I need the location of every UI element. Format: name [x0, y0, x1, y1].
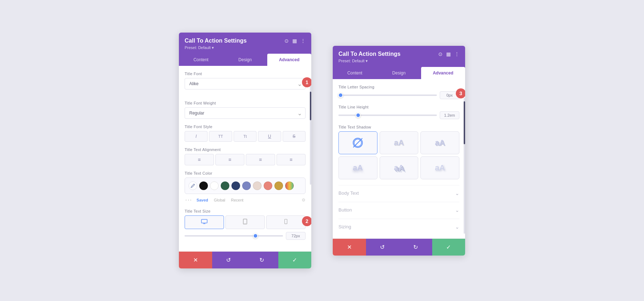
save-button-1[interactable]: ✓ — [278, 252, 312, 268]
size-value[interactable]: 72px — [286, 232, 306, 240]
swatch-gradient[interactable] — [285, 181, 294, 190]
title-font-weight-select[interactable]: Regular — [185, 107, 306, 119]
shadow-none-option[interactable] — [338, 131, 377, 154]
scrollbar[interactable] — [310, 84, 311, 185]
color-settings-icon[interactable]: ⚙ — [302, 198, 306, 203]
shadow-option-2[interactable]: aA — [420, 131, 459, 154]
button-section: Button ⌄ — [338, 202, 459, 216]
shadow-text-1: aA — [394, 138, 404, 147]
line-height-value[interactable]: 1.2em — [440, 111, 459, 119]
tab-content-1[interactable]: Content — [179, 54, 223, 66]
title-font-weight-select-wrapper: Regular — [185, 107, 306, 119]
align-right-button[interactable]: ≡ — [246, 154, 275, 165]
title-text-shadow-field: Title Text Shadow aA aA — [338, 125, 459, 179]
shadow-option-1[interactable]: aA — [380, 131, 419, 154]
panel-1-body: Title Font Alike 1 Title Font Weight Reg… — [179, 66, 311, 251]
sizing-header[interactable]: Sizing ⌄ — [338, 224, 459, 233]
desktop-button[interactable] — [185, 215, 224, 229]
shadow-option-3[interactable]: aA — [338, 156, 377, 179]
tab-content-2[interactable]: Content — [333, 67, 377, 79]
swatch-black[interactable] — [199, 181, 208, 190]
align-left-button[interactable]: ≡ — [185, 154, 214, 165]
button-header[interactable]: Button ⌄ — [338, 207, 459, 216]
size-slider-track[interactable] — [185, 235, 283, 237]
body-text-section: Body Text ⌄ — [338, 185, 459, 199]
global-tab[interactable]: Global — [213, 197, 227, 203]
line-height-slider-row: 1.2em — [338, 111, 459, 119]
swatch-dark-blue[interactable] — [231, 181, 240, 190]
tablet-button[interactable] — [225, 215, 265, 229]
more-icon[interactable]: ⋮ — [301, 38, 306, 44]
tab-advanced-2[interactable]: Advanced — [421, 67, 465, 79]
align-center-button[interactable]: ≡ — [215, 154, 245, 165]
sizing-title: Sizing — [338, 224, 351, 229]
svg-line-7 — [355, 140, 360, 145]
shadow-none-icon — [353, 138, 363, 148]
title-font-select[interactable]: Alike — [185, 78, 306, 89]
panel-2-tabs: Content Design Advanced — [333, 67, 465, 79]
title-text-size-label: Title Text Size — [185, 209, 306, 213]
italic-button[interactable]: I — [185, 131, 208, 142]
focus-icon[interactable]: ⊙ — [284, 38, 289, 44]
cancel-button-2[interactable]: ✕ — [333, 239, 366, 256]
title-font-style-field: Title Font Style I TT Tt U S — [185, 125, 306, 142]
title-text-color-label: Title Text Color — [185, 171, 306, 175]
cancel-button-1[interactable]: ✕ — [179, 252, 212, 268]
shadow-text-5: aA — [435, 163, 445, 173]
line-height-track[interactable] — [338, 115, 437, 116]
align-justify-button[interactable]: ≡ — [277, 154, 306, 165]
panel-2-title: Call To Action Settings — [338, 51, 400, 57]
sizing-section: Sizing ⌄ — [338, 219, 459, 233]
color-swatches — [199, 181, 294, 190]
redo-button-1[interactable]: ↻ — [245, 252, 278, 268]
scrollbar-2[interactable] — [464, 98, 465, 234]
letter-spacing-slider-row: 0px — [338, 91, 459, 99]
swatch-dark-green[interactable] — [221, 181, 229, 190]
scrollbar-thumb-2[interactable] — [464, 101, 465, 144]
layout-icon-2[interactable]: ▦ — [446, 51, 451, 57]
panel-2-header: Call To Action Settings ⊙ ▦ ⋮ Preset: De… — [333, 46, 465, 67]
tab-advanced-1[interactable]: Advanced — [267, 54, 311, 66]
title-letter-spacing-field: Title Letter Spacing 0px — [338, 85, 459, 99]
scrollbar-thumb[interactable] — [310, 92, 311, 120]
tab-design-2[interactable]: Design — [377, 67, 421, 79]
swatch-white[interactable] — [210, 181, 219, 190]
more-icon-2[interactable]: ⋮ — [454, 51, 459, 57]
eyedropper-button[interactable] — [189, 181, 197, 190]
body-text-header[interactable]: Body Text ⌄ — [338, 190, 459, 199]
redo-button-2[interactable]: ↻ — [399, 239, 432, 256]
badge-1: 1 — [302, 77, 311, 87]
mobile-button[interactable] — [266, 215, 306, 229]
layout-icon[interactable]: ▦ — [292, 38, 297, 44]
title-text-alignment-label: Title Text Alignment — [185, 147, 306, 152]
more-colors-button[interactable]: ··· — [185, 197, 192, 203]
reset-button-2[interactable]: ↺ — [366, 239, 399, 256]
button-title: Button — [338, 207, 352, 213]
panel-1-tabs: Content Design Advanced — [179, 54, 311, 66]
reset-button-1[interactable]: ↺ — [212, 252, 245, 268]
size-slider-row: 72px — [185, 232, 306, 240]
color-tabs: ··· Saved Global Recent ⚙ — [185, 197, 306, 203]
capitalize-button[interactable]: Tt — [234, 131, 257, 142]
saved-tab[interactable]: Saved — [195, 197, 209, 203]
save-button-2[interactable]: ✓ — [432, 239, 465, 256]
strikethrough-button[interactable]: S — [283, 131, 306, 142]
swatch-gold[interactable] — [274, 181, 283, 190]
swatch-medium-blue[interactable] — [242, 181, 251, 190]
swatch-light-pink[interactable] — [253, 181, 262, 190]
underline-button[interactable]: U — [258, 131, 281, 142]
title-text-size-field: Title Text Size — [185, 209, 306, 240]
uppercase-button[interactable]: TT — [209, 131, 232, 142]
title-font-select-wrapper: Alike — [185, 78, 306, 89]
shadow-option-4[interactable]: aA — [380, 156, 419, 179]
panel-2-preset[interactable]: Preset: Default ▾ — [338, 59, 459, 63]
panel-1-preset[interactable]: Preset: Default ▾ — [185, 45, 306, 50]
swatch-salmon[interactable] — [264, 181, 272, 190]
recent-tab[interactable]: Recent — [230, 197, 245, 203]
badge-2: 2 — [302, 216, 311, 226]
focus-icon-2[interactable]: ⊙ — [438, 51, 443, 57]
letter-spacing-track[interactable] — [338, 94, 437, 96]
svg-point-3 — [245, 223, 245, 223]
shadow-option-5[interactable]: aA — [420, 156, 459, 179]
tab-design-1[interactable]: Design — [223, 54, 267, 66]
